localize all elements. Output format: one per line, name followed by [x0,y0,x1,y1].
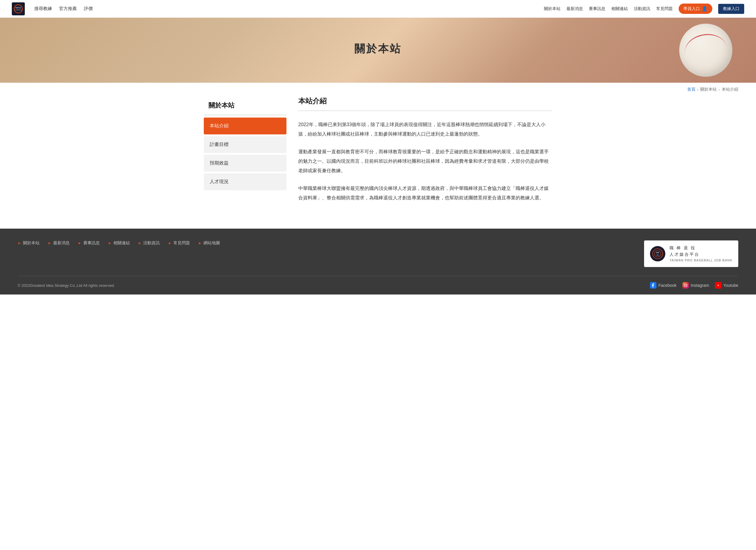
facebook-label: Facebook [658,283,676,288]
facebook-icon [650,282,656,289]
footer-copyright: © 2022Greatest Idea Strategy Co.,Ltd All… [18,283,115,288]
instagram-label: Instagram [691,283,709,288]
footer-nav-arrow: ► [168,241,172,245]
svg-text:職棒退役: 職棒退役 [15,7,21,9]
breadcrumb-current: 本站介紹 [722,87,738,92]
sidebar-item-goals[interactable]: 計畫目標 [204,136,286,153]
svg-point-5 [654,250,661,257]
svg-point-4 [653,249,663,259]
svg-text:退役: 退役 [656,254,659,256]
article-title: 本站介紹 [298,96,552,111]
footer-top: ► 關於本站 ► 最新消息 ► 賽事訊息 ► 相關連結 ► 活動資訊 ► 常見問… [18,240,738,276]
sidebar-menu: 本站介紹 計畫目標 預期效益 人才現況 [204,118,286,190]
logo-icon: 職棒退役 人才媒合平台 [12,2,25,15]
footer-logo-zh-line2: 人才媒合平台 [669,251,732,258]
footer-nav-arrow: ► [48,241,51,245]
footer-nav-arrow: ► [78,241,82,245]
footer-nav-faq[interactable]: ► 常見問題 [168,240,190,246]
coach-login-button[interactable]: 教練入口 [718,4,744,14]
student-login-button[interactable]: 學員入口 👤 [679,4,712,14]
user-icon: 👤 [702,6,708,12]
footer-nav-arrow: ► [18,241,21,245]
social-instagram[interactable]: Instagram [682,282,709,289]
breadcrumb-sep2: › [718,87,720,92]
svg-text:人才媒合平台: 人才媒合平台 [15,9,22,11]
nav-review[interactable]: 評價 [84,6,93,12]
footer-logo-icon: 職棒 退役 [650,246,665,261]
footer-logo-zh-line1: 職 棒 退 役 [669,245,732,251]
breadcrumb: 首頁 › 關於本站 › 本站介紹 [0,83,756,96]
svg-point-10 [687,284,687,285]
youtube-label: Youtube [723,283,738,288]
breadcrumb-sep1: › [697,87,699,92]
youtube-icon [715,282,721,289]
breadcrumb-about: 關於本站 [700,87,717,92]
header-link-activities[interactable]: 活動資訊 [634,6,650,12]
footer-social: Facebook Instagram [650,282,738,289]
social-youtube[interactable]: Youtube [715,282,738,289]
instagram-icon [682,282,689,289]
footer-nav-arrow: ► [138,241,142,245]
header-link-events[interactable]: 賽事訊息 [589,6,605,12]
footer-nav: ► 關於本站 ► 最新消息 ► 賽事訊息 ► 相關連結 ► 活動資訊 ► 常見問… [18,240,644,248]
sidebar-item-intro[interactable]: 本站介紹 [204,118,286,134]
article: 本站介紹 2022年，職棒已來到第33個年頭，除了場上球員的表現值得關注，近年這… [298,96,552,211]
header-link-about[interactable]: 關於本站 [544,6,561,12]
footer-bottom: © 2022Greatest Idea Strategy Co.,Ltd All… [18,276,738,294]
header-link-faq[interactable]: 常見問題 [656,6,673,12]
hero-title-wrap: 關於本站 [354,42,402,59]
hero-baseball-decoration [679,24,732,77]
social-facebook[interactable]: Facebook [650,282,676,289]
svg-text:職棒: 職棒 [656,252,659,254]
nav-official[interactable]: 官方推薦 [59,6,77,12]
header-right: 關於本站 最新消息 賽事訊息 相關連結 活動資訊 常見問題 學員入口 👤 教練入… [544,4,744,14]
footer-nav-related[interactable]: ► 相關連結 [108,240,130,246]
article-paragraph-2: 運動產業發展一直都與教育密不可分，而棒球教育很重要的一環，是給予正確的觀念和運動… [298,147,552,175]
article-paragraph-3: 中華職業棒球大聯盟擁有最完整的國內頂尖棒球人才資源，期透過政府，與中華職棒球員工… [298,184,552,203]
footer-nav-arrow: ► [198,241,202,245]
sidebar-item-benefits[interactable]: 預期效益 [204,155,286,172]
svg-point-0 [14,5,22,13]
footer-nav-arrow: ► [108,241,112,245]
footer-logo-en: TAIWAN PRO BASEBALL JOB BANK [669,258,732,263]
sidebar-title: 關於本站 [204,96,286,115]
sidebar: 關於本站 本站介紹 計畫目標 預期效益 人才現況 [204,96,286,211]
hero-title: 關於本站 [354,42,402,56]
header-left: 職棒退役 人才媒合平台 搜尋教練 官方推薦 評價 [12,2,93,15]
article-paragraph-1: 2022年，職棒已來到第33個年頭，除了場上球員的表現值得關注，近年這股棒球熱潮… [298,120,552,139]
footer-nav-about[interactable]: ► 關於本站 [18,240,40,246]
nav-search-coach[interactable]: 搜尋教練 [34,6,52,12]
logo[interactable]: 職棒退役 人才媒合平台 [12,2,25,15]
footer-nav-sitemap[interactable]: ► 網站地圖 [198,240,220,246]
hero-section: 關於本站 [0,18,756,83]
header-link-related[interactable]: 相關連結 [611,6,628,12]
footer-logo-text: 職 棒 退 役 人才媒合平台 TAIWAN PRO BASEBALL JOB B… [669,245,732,263]
site-header: 職棒退役 人才媒合平台 搜尋教練 官方推薦 評價 關於本站 最新消息 賽事訊息 … [0,0,756,18]
header-link-news[interactable]: 最新消息 [566,6,583,12]
sidebar-item-talent[interactable]: 人才現況 [204,173,286,190]
footer-nav-activities[interactable]: ► 活動資訊 [138,240,160,246]
main-nav: 搜尋教練 官方推薦 評價 [34,6,93,12]
footer: ► 關於本站 ► 最新消息 ► 賽事訊息 ► 相關連結 ► 活動資訊 ► 常見問… [0,229,756,294]
breadcrumb-home[interactable]: 首頁 [687,87,695,92]
footer-logo: 職棒 退役 職 棒 退 役 人才媒合平台 TAIWAN PRO BASEBALL… [644,240,738,267]
footer-nav-events[interactable]: ► 賽事訊息 [78,240,100,246]
main-content: 關於本站 本站介紹 計畫目標 預期效益 人才現況 本站介紹 2022年，職棒已來… [186,96,570,229]
svg-point-9 [685,285,686,286]
footer-nav-news[interactable]: ► 最新消息 [48,240,70,246]
